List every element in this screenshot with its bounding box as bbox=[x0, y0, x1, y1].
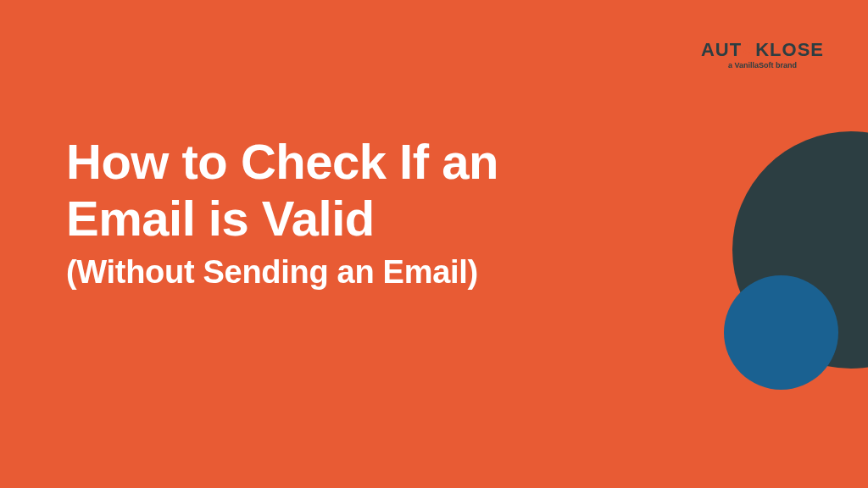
logo-pre: AUT bbox=[701, 39, 742, 60]
logo-tagline: a VanillaSoft brand bbox=[701, 61, 824, 69]
title-main: How to Check If an Email is Valid bbox=[66, 134, 498, 247]
logo-power-icon bbox=[742, 42, 755, 55]
logo-text: AUTKLOSE bbox=[701, 41, 824, 59]
title-line-1: How to Check If an bbox=[66, 134, 498, 191]
slide: AUTKLOSE a VanillaSoft brand How to Chec… bbox=[0, 0, 868, 488]
logo-post: KLOSE bbox=[755, 39, 824, 60]
brand-logo: AUTKLOSE a VanillaSoft brand bbox=[701, 41, 824, 69]
title-subtitle: (Without Sending an Email) bbox=[66, 253, 498, 292]
title-line-2: Email is Valid bbox=[66, 191, 498, 247]
content-block: How to Check If an Email is Valid (Witho… bbox=[66, 134, 498, 292]
decorative-small-circle bbox=[724, 275, 838, 390]
